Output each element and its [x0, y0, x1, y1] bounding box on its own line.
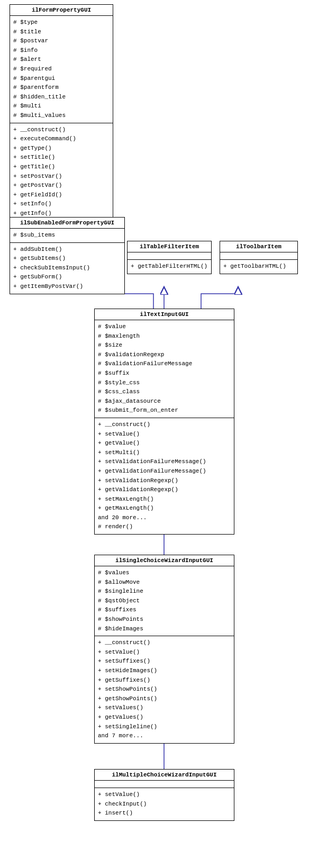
il-single-choice-wizard-input-gui-box: ilSingleChoiceWizardInputGUI # $values #… — [94, 555, 234, 744]
il-sub-enabled-form-property-gui-methods: + addSubItem() + getSubItems() + checkSu… — [10, 243, 124, 294]
il-toolbar-item-title: ilToolbarItem — [220, 241, 297, 252]
il-form-property-gui-title: ilFormPropertyGUI — [10, 5, 113, 16]
il-multiple-choice-wizard-input-gui-empty — [95, 781, 234, 788]
il-text-input-gui-methods: + __construct() + setValue() + getValue(… — [95, 418, 234, 534]
il-toolbar-item-empty — [220, 252, 297, 260]
il-text-input-gui-attrs: # $value # $maxlength # $size # $validat… — [95, 320, 234, 418]
diagram-container: ilFormPropertyGUI # $type # $title # $po… — [0, 0, 309, 868]
il-form-property-gui-attrs: # $type # $title # $postvar # $info # $a… — [10, 16, 113, 123]
il-form-property-gui-box: ilFormPropertyGUI # $type # $title # $po… — [10, 4, 113, 249]
il-sub-enabled-form-property-gui-box: ilSubEnabledFormPropertyGUI # $sub_items… — [10, 217, 125, 294]
il-table-filter-item-box: ilTableFilterItem + getTableFilterHTML() — [127, 241, 212, 274]
il-text-input-gui-box: ilTextInputGUI # $value # $maxlength # $… — [94, 309, 234, 535]
il-table-filter-item-empty — [128, 252, 211, 260]
il-multiple-choice-wizard-input-gui-title: ilMultipleChoiceWizardInputGUI — [95, 770, 234, 781]
il-single-choice-wizard-input-gui-title: ilSingleChoiceWizardInputGUI — [95, 555, 234, 566]
il-table-filter-item-title: ilTableFilterItem — [128, 241, 211, 252]
il-single-choice-wizard-input-gui-attrs: # $values # $allowMove # $singleline # $… — [95, 566, 234, 636]
il-sub-enabled-form-property-gui-attrs: # $sub_items — [10, 229, 124, 243]
il-multiple-choice-wizard-input-gui-methods: + setValue() + checkInput() + insert() — [95, 788, 234, 820]
il-text-input-gui-title: ilTextInputGUI — [95, 309, 234, 320]
il-sub-enabled-form-property-gui-title: ilSubEnabledFormPropertyGUI — [10, 218, 124, 229]
il-table-filter-item-methods: + getTableFilterHTML() — [128, 260, 211, 274]
il-single-choice-wizard-input-gui-methods: + __construct() + setValue() + setSuffix… — [95, 636, 234, 743]
il-multiple-choice-wizard-input-gui-box: ilMultipleChoiceWizardInputGUI + setValu… — [94, 769, 234, 821]
il-toolbar-item-methods: + getToolbarHTML() — [220, 260, 297, 274]
il-toolbar-item-box: ilToolbarItem + getToolbarHTML() — [220, 241, 298, 274]
